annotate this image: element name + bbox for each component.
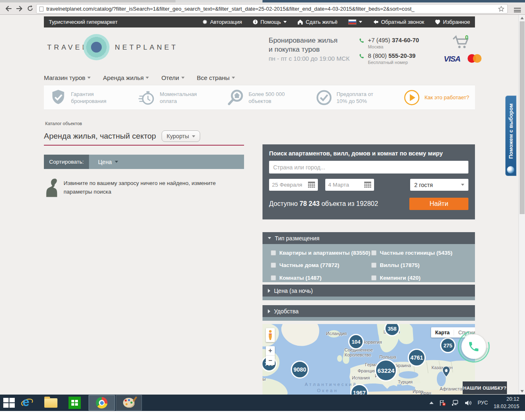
back-button[interactable] [3, 3, 14, 14]
pegman-control[interactable] [266, 328, 275, 342]
phone-tollfree: 8 (800) 555-20-39 Бесплатный номер [359, 52, 415, 65]
taskbar-clock[interactable]: 20:1218.02.2015 [493, 395, 519, 410]
map[interactable]: Исландия Швеция Норвегия Соединенное Кор… [262, 324, 475, 395]
search-panel: Поиск апартаментов, вилл, домов и комнат… [262, 144, 475, 219]
page-scrollbar[interactable] [518, 15, 525, 395]
house-icon [297, 19, 303, 25]
shield-check-icon [50, 89, 67, 107]
tray-expand-arrow[interactable] [429, 402, 434, 404]
windows-store-button[interactable] [66, 395, 84, 411]
map-cluster[interactable]: 4761 [408, 349, 426, 367]
action-center-flag-icon[interactable] [439, 400, 446, 406]
filter-option[interactable]: Частные гостиницы (5435) [371, 249, 475, 257]
start-button[interactable] [0, 395, 18, 411]
feature-prepayment: Предоплата от 10% до 50% [315, 89, 383, 106]
stopwatch-icon [138, 89, 156, 107]
zoom-in-button[interactable]: + [266, 346, 275, 356]
phone-icon [359, 53, 365, 59]
help-with-choice-tab[interactable]: Поможем с выбором [505, 96, 516, 176]
zoom-out-button[interactable]: − [266, 356, 275, 365]
map-country-label: Иран [420, 390, 431, 395]
amenities-section-header[interactable]: Удобства [262, 305, 475, 317]
map-cluster[interactable]: 63224 [375, 359, 397, 381]
cart-count-badge: 0 [465, 34, 468, 41]
language-selector[interactable] [348, 19, 362, 25]
callback-phone-widget[interactable] [458, 331, 490, 363]
feature-strip: Гарантия бронирования Моментальная оплат… [44, 85, 475, 110]
callback-link[interactable]: Обратный звонок [373, 19, 424, 25]
map-country-label: Польша [379, 354, 396, 359]
checkbox[interactable] [371, 275, 377, 281]
price-section-header[interactable]: Цена (за ночь) [262, 285, 475, 297]
url-bar[interactable]: travelnetplanet.com/catalog/?filter_isSe… [36, 4, 508, 14]
speaker-icon[interactable] [465, 400, 472, 406]
checkbox[interactable] [271, 275, 276, 281]
filter-option[interactable]: Кемпинги (420) [371, 274, 475, 282]
filter-option[interactable]: Виллы (17875) [371, 261, 475, 269]
sort-dropdown[interactable]: Цена [89, 155, 244, 169]
map-cluster[interactable]: 275 [440, 338, 456, 353]
type-section-header[interactable]: Тип размещения [262, 232, 475, 244]
help-menu[interactable]: Помощь [253, 19, 287, 25]
end-date-field[interactable]: 4 Марта [325, 179, 374, 191]
browser-menu-icon[interactable] [514, 8, 521, 12]
search-panel-title: Поиск апартаментов, вилл, домов и комнат… [269, 150, 468, 157]
start-date-field[interactable]: 25 Февраля [269, 179, 318, 191]
filter-option[interactable]: Квартиры и апартаменты (83550) [271, 249, 371, 257]
breadcrumb[interactable]: Каталог объектов [45, 121, 82, 126]
network-icon[interactable] [452, 400, 459, 406]
map-country-label: Исландия [326, 331, 347, 336]
heart-icon [435, 19, 441, 25]
refresh-button[interactable] [25, 3, 35, 14]
map-button[interactable]: Карта [431, 330, 454, 336]
screen: travelnetplanet.com/catalog/?filter_isSe… [0, 0, 525, 420]
checkbox[interactable] [271, 250, 276, 256]
feature-how-it-works[interactable]: Как это работает? [403, 89, 469, 106]
ie-icon: e [21, 397, 33, 409]
rent-out-link[interactable]: Сдать жильё [297, 19, 338, 25]
available-count-text: Доступно 78 243 объекта из 192802 [269, 200, 378, 208]
checkbox[interactable] [371, 262, 377, 268]
checkbox[interactable] [271, 262, 276, 268]
sort-label: Сортировать: [44, 155, 89, 169]
title-underline [44, 145, 244, 146]
file-explorer-button[interactable] [42, 395, 60, 411]
found-error-button[interactable]: НАШЛИ ОШИБКУ? [463, 381, 507, 394]
location-input[interactable] [269, 161, 468, 173]
internet-explorer-button[interactable]: e [18, 395, 36, 411]
globe-sphere-icon [507, 166, 514, 173]
amenities-section-strip [262, 317, 475, 321]
scrollbar-down-arrow[interactable] [520, 390, 524, 393]
forward-button[interactable] [14, 3, 25, 14]
guests-dropdown[interactable]: 2 гостя [410, 179, 468, 191]
calendar-icon [364, 182, 371, 188]
nav-countries[interactable]: Все страны [197, 74, 235, 81]
bookmark-star-icon[interactable] [498, 6, 504, 12]
resorts-dropdown-button[interactable]: Курорты [162, 130, 200, 142]
filter-option[interactable]: Комнаты (1487) [271, 274, 371, 282]
map-cluster[interactable]: 9080 [291, 361, 309, 379]
paint-taskbar-button[interactable] [116, 395, 142, 411]
checkbox[interactable] [371, 250, 377, 256]
folder-icon [44, 398, 57, 408]
feature-500k-objects: Более 500 000 объектов [226, 89, 294, 107]
filter-option[interactable]: Частные дома (77872) [271, 261, 371, 269]
nav-hotels[interactable]: Отели [161, 74, 184, 81]
favorites-link[interactable]: Избранное [435, 19, 470, 25]
paint-palette-icon [123, 398, 135, 408]
map-country-label: Афганистан [440, 386, 465, 391]
scrollbar-up-arrow[interactable] [520, 17, 524, 19]
chrome-icon [96, 397, 107, 409]
store-icon [68, 397, 81, 409]
nav-tours[interactable]: Магазин туров [44, 74, 91, 81]
search-submit-button[interactable]: Найти [409, 198, 468, 210]
login-link[interactable]: Авторизация [202, 19, 242, 25]
map-cluster[interactable]: 104 [348, 334, 364, 349]
nav-rentals[interactable]: Аренда жилья [103, 74, 149, 81]
feature-instant-payment: Моментальная оплата [138, 89, 206, 107]
scrollbar-thumb[interactable] [520, 21, 525, 214]
language-indicator[interactable]: РУС [477, 400, 488, 406]
map-pin-icon[interactable] [442, 366, 451, 377]
chrome-taskbar-button[interactable] [89, 395, 115, 411]
logo-text-travel: TRAVEL [47, 43, 89, 52]
